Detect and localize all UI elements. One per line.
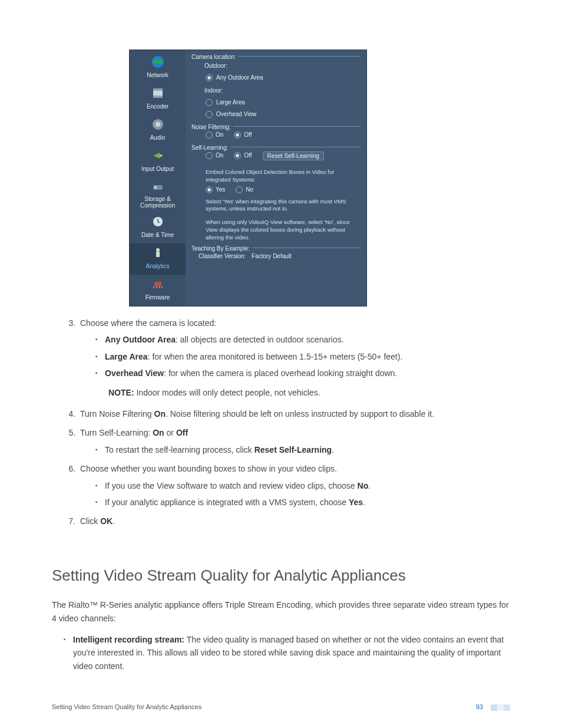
step-3-text: Choose where the camera is located:	[80, 318, 216, 328]
sidebar-item-io[interactable]: Input Output	[130, 146, 186, 177]
clock-icon	[150, 214, 166, 229]
page-number: 93	[476, 703, 483, 710]
radio-label: Off	[244, 130, 252, 140]
sidebar-item-encoder[interactable]: Encoder	[130, 84, 186, 115]
step-4: Turn Noise Filtering On. Noise filtering…	[78, 407, 510, 420]
reset-self-learning-button[interactable]: Reset Self-Learning	[263, 151, 324, 160]
bullet-reset-sl: To restart the self-learning process, cl…	[105, 443, 510, 456]
film-icon	[150, 85, 166, 101]
section-intro: The Rialto™ R-Series analytic appliance …	[52, 598, 510, 625]
sidebar-item-storage[interactable]: Storage & Compression	[130, 177, 186, 212]
sidebar-label: Date & Time	[130, 230, 186, 240]
radio-label: Any Outdoor Area	[216, 73, 263, 83]
svg-point-5	[156, 122, 160, 127]
bullet-overhead: Overhead View: for when the camera is pl…	[105, 367, 510, 380]
radio-embed-no[interactable]	[236, 186, 243, 193]
sidebar-label: Storage & Compression	[130, 196, 186, 209]
classifier-value: Factory Default	[252, 252, 292, 261]
footer-decoration-icon	[491, 704, 510, 711]
svg-rect-10	[156, 252, 160, 257]
sidebar-label: Network	[130, 71, 186, 80]
teaching-legend: Teaching By Example:	[191, 244, 252, 253]
section-heading: Setting Video Stream Quality for Analyti…	[52, 564, 510, 588]
radio-any-outdoor[interactable]	[206, 74, 213, 81]
bullet-choose-no: If you use the View software to watch an…	[105, 479, 510, 492]
teaching-group: Teaching By Example: Classifier Version:…	[191, 248, 361, 262]
sidebar-label: Analytics	[130, 262, 186, 271]
sidebar-item-analytics[interactable]: Analytics	[130, 243, 186, 275]
bullet-any-outdoor: Any Outdoor Area: all objects are detect…	[105, 333, 510, 346]
page-footer: Setting Video Stream Quality for Analyti…	[52, 702, 510, 713]
svg-rect-3	[153, 95, 163, 98]
embed-note-1: Select 'Yes' when integrating this camer…	[199, 196, 361, 213]
speaker-icon	[150, 117, 166, 132]
sidebar-label: Audio	[130, 133, 186, 143]
svg-rect-2	[153, 88, 163, 91]
settings-content: Camera location: Outdoor: Any Outdoor Ar…	[186, 50, 366, 306]
bullet-choose-yes: If your analytic appliance is integrated…	[105, 496, 510, 509]
sidebar-item-firmware[interactable]: Firmware	[130, 275, 186, 306]
sidebar-label: Firmware	[130, 293, 186, 302]
embed-question: Embed Colored Object Detection Boxes in …	[199, 166, 361, 184]
camera-location-group: Camera location: Outdoor: Any Outdoor Ar…	[191, 56, 361, 120]
radio-label: Large Area	[216, 98, 245, 107]
radio-noise-off[interactable]	[234, 131, 241, 139]
svg-rect-11	[154, 282, 161, 286]
sidebar-item-datetime[interactable]: Date & Time	[130, 212, 186, 243]
sidebar-label: Encoder	[130, 102, 186, 111]
settings-sidebar: Network Encoder Audio Input Output	[130, 50, 186, 306]
step-5: Turn Self-Learning: On or Off To restart…	[78, 426, 510, 456]
step-6: Choose whether you want bounding boxes t…	[78, 462, 510, 509]
storage-icon	[150, 179, 166, 195]
globe-icon	[150, 54, 166, 70]
arrow-io-icon	[150, 148, 166, 163]
svg-point-9	[156, 248, 160, 252]
bullet-intelligent-stream: Intelligent recording stream: The video …	[73, 633, 510, 673]
radio-embed-yes[interactable]	[206, 186, 213, 193]
radio-large-area[interactable]	[206, 99, 213, 106]
person-icon	[150, 245, 166, 261]
radio-overhead[interactable]	[206, 111, 213, 118]
bullet-large-area: Large Area: for when the area monitored …	[105, 350, 510, 363]
radio-noise-on[interactable]	[206, 131, 213, 139]
sidebar-item-audio[interactable]: Audio	[130, 115, 186, 146]
step-7: Click OK.	[78, 515, 510, 528]
radio-label: Overhead View	[216, 110, 256, 119]
sidebar-label: Input Output	[130, 164, 186, 174]
radio-sl-on[interactable]	[206, 152, 213, 159]
noise-filtering-group: Noise Filtering: On Off	[191, 126, 361, 141]
camera-location-legend: Camera location:	[191, 52, 239, 62]
chip-icon	[150, 276, 166, 292]
indoor-label: Indoor:	[199, 84, 361, 97]
noise-legend: Noise Filtering:	[191, 123, 233, 132]
svg-rect-7	[154, 186, 157, 189]
settings-panel: Network Encoder Audio Input Output	[130, 50, 366, 306]
embed-note-2: When using only VideoIQ View software, s…	[199, 216, 361, 241]
footer-title: Setting Video Stream Quality for Analyti…	[52, 702, 201, 713]
note-indoor: NOTE: Indoor modes will only detect peop…	[108, 386, 510, 399]
radio-label: Yes	[216, 185, 225, 195]
instruction-list: Choose where the camera is located: Any …	[52, 317, 510, 528]
radio-label: Off	[244, 151, 252, 160]
sidebar-item-network[interactable]: Network	[130, 52, 186, 84]
self-learning-group: Self-Learning: On Off Reset Self-Learnin…	[191, 147, 361, 242]
radio-sl-off[interactable]	[234, 152, 241, 159]
self-learning-legend: Self-Learning:	[191, 143, 230, 153]
radio-label: No	[246, 185, 253, 195]
